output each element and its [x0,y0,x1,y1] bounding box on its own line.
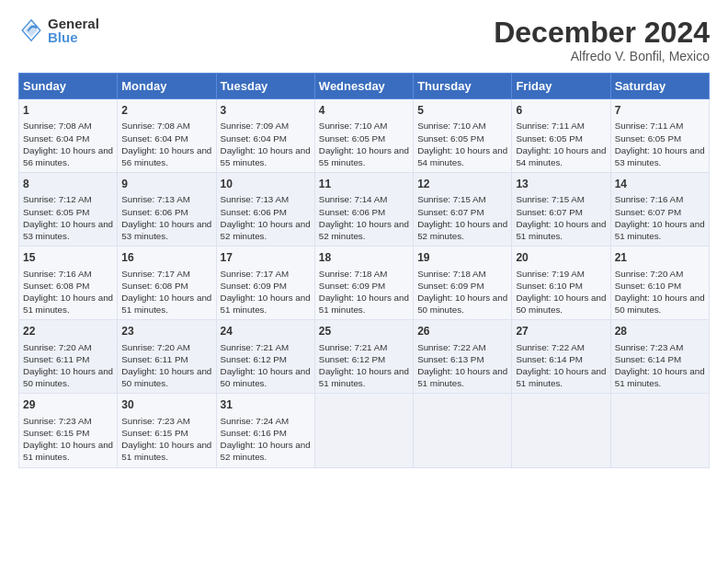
location-subtitle: Alfredo V. Bonfil, Mexico [494,49,710,63]
sunrise-text: Sunrise: 7:09 AM [221,121,290,131]
sunrise-text: Sunrise: 7:21 AM [319,342,388,352]
sunrise-text: Sunrise: 7:18 AM [319,269,388,279]
sunset-text: Sunset: 6:10 PM [615,281,681,291]
daylight-text: Daylight: 10 hours and 51 minutes. [121,293,211,315]
sunrise-text: Sunrise: 7:22 AM [516,342,585,352]
header-day-monday: Monday [118,74,216,99]
sunset-text: Sunset: 6:11 PM [121,354,188,364]
daylight-text: Daylight: 10 hours and 51 minutes. [23,293,113,315]
sunset-text: Sunset: 6:05 PM [417,133,483,144]
day-number: 8 [23,177,113,191]
calendar-cell: 13Sunrise: 7:15 AMSunset: 6:07 PMDayligh… [512,173,610,247]
daylight-text: Daylight: 10 hours and 51 minutes. [121,440,211,462]
sunset-text: Sunset: 6:07 PM [516,207,582,217]
calendar-week-5: 29Sunrise: 7:23 AMSunset: 6:15 PMDayligh… [19,394,710,467]
day-number: 30 [121,397,211,412]
daylight-text: Daylight: 10 hours and 51 minutes. [319,293,409,315]
sunset-text: Sunset: 6:08 PM [23,281,89,291]
sunset-text: Sunset: 6:04 PM [121,133,188,144]
daylight-text: Daylight: 10 hours and 51 minutes. [23,440,113,462]
sunset-text: Sunset: 6:06 PM [319,207,385,217]
page-container: General Blue December 2024 Alfredo V. Bo… [0,0,728,477]
header-day-tuesday: Tuesday [216,74,314,99]
sunset-text: Sunset: 6:05 PM [516,133,582,144]
daylight-text: Daylight: 10 hours and 56 minutes. [121,145,211,167]
calendar-cell: 22Sunrise: 7:20 AMSunset: 6:11 PMDayligh… [19,320,118,394]
calendar-cell: 1Sunrise: 7:08 AMSunset: 6:04 PMDaylight… [19,99,118,173]
daylight-text: Daylight: 10 hours and 51 minutes. [221,293,311,315]
day-number: 26 [417,324,507,339]
sunrise-text: Sunrise: 7:18 AM [417,269,486,279]
sunrise-text: Sunrise: 7:23 AM [23,416,92,426]
sunset-text: Sunset: 6:04 PM [23,133,89,144]
calendar-cell: 12Sunrise: 7:15 AMSunset: 6:07 PMDayligh… [414,173,512,247]
logo-text: General Blue [48,17,99,44]
header-day-saturday: Saturday [610,74,709,99]
day-number: 22 [23,324,113,339]
sunrise-text: Sunrise: 7:11 AM [516,121,585,131]
day-number: 20 [516,250,606,265]
sunrise-text: Sunrise: 7:17 AM [121,269,190,279]
day-number: 6 [516,103,606,118]
calendar-cell: 25Sunrise: 7:21 AMSunset: 6:12 PMDayligh… [314,320,413,394]
calendar-cell: 30Sunrise: 7:23 AMSunset: 6:15 PMDayligh… [118,394,216,467]
day-number: 31 [221,397,311,412]
calendar-cell: 6Sunrise: 7:11 AMSunset: 6:05 PMDaylight… [512,99,610,173]
day-number: 15 [23,250,113,265]
sunset-text: Sunset: 6:14 PM [615,354,681,364]
sunrise-text: Sunrise: 7:15 AM [516,194,585,204]
daylight-text: Daylight: 10 hours and 53 minutes. [615,145,705,167]
sunrise-text: Sunrise: 7:21 AM [221,342,290,352]
daylight-text: Daylight: 10 hours and 51 minutes. [615,366,705,388]
day-number: 18 [319,250,409,265]
sunset-text: Sunset: 6:05 PM [615,133,681,144]
daylight-text: Daylight: 10 hours and 50 minutes. [516,293,606,315]
day-number: 13 [516,177,606,191]
calendar-cell: 9Sunrise: 7:13 AMSunset: 6:06 PMDaylight… [118,173,216,247]
calendar-cell: 28Sunrise: 7:23 AMSunset: 6:14 PMDayligh… [610,320,709,394]
sunset-text: Sunset: 6:07 PM [615,207,681,217]
day-number: 17 [221,250,311,265]
calendar-cell: 5Sunrise: 7:10 AMSunset: 6:05 PMDaylight… [414,99,512,173]
sunrise-text: Sunrise: 7:15 AM [417,194,486,204]
sunset-text: Sunset: 6:05 PM [23,207,89,217]
header-row: General Blue December 2024 Alfredo V. Bo… [18,17,710,63]
calendar-cell: 3Sunrise: 7:09 AMSunset: 6:04 PMDaylight… [216,99,314,173]
logo-general-text: General [48,17,99,30]
logo-blue-text: Blue [48,30,99,44]
day-number: 14 [615,177,705,191]
daylight-text: Daylight: 10 hours and 52 minutes. [221,219,311,241]
header-day-wednesday: Wednesday [314,74,413,99]
calendar-cell: 15Sunrise: 7:16 AMSunset: 6:08 PMDayligh… [19,247,118,320]
sunset-text: Sunset: 6:09 PM [417,281,483,291]
sunset-text: Sunset: 6:16 PM [221,428,287,438]
sunrise-text: Sunrise: 7:08 AM [121,121,190,131]
day-number: 19 [417,250,507,265]
sunset-text: Sunset: 6:13 PM [417,354,483,364]
logo: General Blue [18,17,99,44]
sunset-text: Sunset: 6:15 PM [23,428,89,438]
daylight-text: Daylight: 10 hours and 51 minutes. [417,366,507,388]
calendar-cell: 16Sunrise: 7:17 AMSunset: 6:08 PMDayligh… [118,247,216,320]
day-number: 12 [417,177,507,191]
sunrise-text: Sunrise: 7:22 AM [417,342,486,352]
calendar-cell: 11Sunrise: 7:14 AMSunset: 6:06 PMDayligh… [314,173,413,247]
header-day-friday: Friday [512,74,610,99]
sunset-text: Sunset: 6:12 PM [319,354,385,364]
calendar-cell: 10Sunrise: 7:13 AMSunset: 6:06 PMDayligh… [216,173,314,247]
daylight-text: Daylight: 10 hours and 56 minutes. [23,145,113,167]
day-number: 5 [417,103,507,118]
calendar-cell: 17Sunrise: 7:17 AMSunset: 6:09 PMDayligh… [216,247,314,320]
daylight-text: Daylight: 10 hours and 51 minutes. [319,366,409,388]
sunrise-text: Sunrise: 7:10 AM [417,121,486,131]
sunset-text: Sunset: 6:07 PM [417,207,483,217]
header-day-sunday: Sunday [19,74,118,99]
daylight-text: Daylight: 10 hours and 54 minutes. [417,145,507,167]
calendar-cell: 8Sunrise: 7:12 AMSunset: 6:05 PMDaylight… [19,173,118,247]
daylight-text: Daylight: 10 hours and 52 minutes. [221,440,311,462]
daylight-text: Daylight: 10 hours and 51 minutes. [516,366,606,388]
day-number: 3 [221,103,311,118]
sunrise-text: Sunrise: 7:17 AM [221,269,290,279]
daylight-text: Daylight: 10 hours and 54 minutes. [516,145,606,167]
calendar-cell: 2Sunrise: 7:08 AMSunset: 6:04 PMDaylight… [118,99,216,173]
